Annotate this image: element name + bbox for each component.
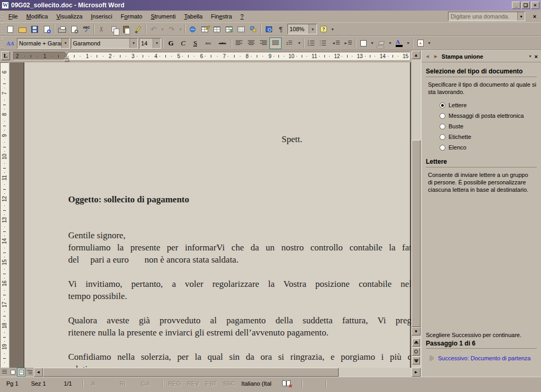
task-pane-menu-icon[interactable]: ▾ [529,54,531,59]
doc-line[interactable]: Confidiamo nella solerzia, per la qual s… [68,352,411,364]
toolbar-options-button[interactable]: ▾ [426,38,432,49]
print-preview-button[interactable] [68,23,80,35]
back-arrow-icon[interactable]: ◄ [425,53,430,59]
doc-line[interactable]: Qualora aveste già provveduto al pagamen… [68,315,411,328]
styles-and-formatting-button[interactable]: AA [4,38,16,49]
paste-button[interactable] [120,23,132,35]
cut-button[interactable]: ✂ [96,23,108,35]
hanging-indent-marker[interactable] [64,55,69,59]
option-messaggi[interactable]: Messaggi di posta elettronica [426,110,537,121]
redo-dropdown[interactable]: ▾ [178,23,183,35]
close-button[interactable]: × [531,2,539,9]
toolbar-grip[interactable] [1,24,3,34]
chevron-down-icon[interactable]: ▾ [61,39,69,48]
document-page[interactable]: Spett. Oggetto: sollecito di pagamento G… [24,62,411,368]
toolbar-grip[interactable] [1,38,3,49]
chevron-down-icon[interactable]: ▾ [309,24,316,34]
numbering-button[interactable]: 1 2 3 [305,38,318,49]
chevron-down-icon[interactable]: ▾ [153,39,161,48]
horizontal-ruler[interactable]: 21 123456789101112131415 [13,52,410,60]
align-right-button[interactable] [257,38,269,49]
option-lettere[interactable]: Lettere [426,100,537,110]
horizontal-scroll-thumb[interactable] [43,368,339,377]
doc-line[interactable]: formuliamo la presente per informarVi ch… [68,242,411,255]
italic-button[interactable]: C [177,38,189,49]
show-hide-button[interactable]: ¶ [275,23,287,35]
word-app-icon[interactable]: W [2,2,9,9]
menu-visualizza[interactable]: Visualizza [52,12,87,21]
spelling-status-icon[interactable]: ✕ [282,380,291,387]
minimize-button[interactable]: _ [512,2,520,9]
doc-line[interactable]: Gentile signore, [68,230,411,242]
chevron-down-icon[interactable]: ▾ [517,12,525,21]
spelling-button[interactable]: ABC ✓ [80,23,92,35]
line-spacing-button[interactable]: ↕ [282,38,296,49]
insert-table-button[interactable] [211,23,223,35]
menu-tabella[interactable]: Tabella [180,12,207,21]
vertical-ruler[interactable]: 678910111213141516171819 [0,62,9,368]
tab-selector[interactable]: L [1,51,10,60]
menu-modifica[interactable]: Modifica [22,12,52,21]
line-spacing-dropdown[interactable]: ▾ [296,38,302,49]
doc-line[interactable]: tempo possibile. [68,291,411,303]
radio-icon[interactable] [440,124,445,129]
radio-icon[interactable] [440,134,445,140]
help-button[interactable]: ? [318,23,330,35]
smallcaps-button[interactable]: Abc [201,38,215,49]
menu-inserisci[interactable]: Inserisci [87,12,116,21]
select-browse-object-button[interactable] [412,348,420,356]
scroll-up-button[interactable]: ▲ [412,51,421,59]
undo-dropdown[interactable]: ▾ [160,23,165,35]
doc-line[interactable]: del pari a euro non è ancora stata salda… [68,255,411,267]
toolbar-grip[interactable] [1,12,3,21]
borders-dropdown[interactable]: ▾ [369,38,375,49]
vertical-scroll-thumb[interactable] [412,140,421,327]
overtype-toggle[interactable]: SSC [220,379,238,388]
align-center-button[interactable] [245,38,257,49]
doc-line-subject[interactable]: Oggetto: sollecito di pagamento [68,194,411,207]
drawing-button[interactable] [247,23,259,35]
next-page-button[interactable] [412,357,420,365]
ask-question-box[interactable]: Digitare una domanda. ▾ [448,12,525,21]
menu-[interactable]: ? [236,12,248,21]
increase-indent-button[interactable]: ► [342,38,354,49]
menu-file[interactable]: File [4,12,22,21]
print-layout-view-button[interactable] [17,368,25,377]
web-layout-view-button[interactable] [8,368,17,377]
radio-selected-icon[interactable] [440,102,445,108]
insert-excel-button[interactable] [223,23,235,35]
doc-line-spett[interactable]: Spett. [68,134,411,146]
highlight-dropdown[interactable]: ▾ [387,38,393,49]
doc-line[interactable]: saluti. [68,364,411,368]
save-button[interactable] [29,23,41,35]
restore-button[interactable]: ❏ [521,2,530,9]
borders-button[interactable] [357,38,369,49]
toolbar-options-button[interactable]: ▾ [330,23,335,35]
open-button[interactable] [16,23,29,35]
normal-view-button[interactable] [0,368,8,377]
scroll-left-button[interactable]: ◄ [34,368,43,377]
language-indicator[interactable]: Italiano (Ital [238,379,275,388]
outline-view-button[interactable] [25,368,34,377]
left-indent-marker[interactable] [64,59,69,62]
option-elenco[interactable]: Elenco [426,142,537,153]
strikethrough-button[interactable]: ABC [215,38,230,49]
scroll-down-button[interactable]: ▼ [412,327,421,335]
vertical-scroll-track[interactable] [412,59,421,327]
zoom-combobox[interactable]: 108% ▾ [287,24,317,34]
style-combobox[interactable]: Normale + Garam ▾ [17,38,70,49]
search-button[interactable] [41,23,53,35]
columns-button[interactable] [235,23,247,35]
font-color-dropdown[interactable]: ▾ [405,38,411,49]
underline-button[interactable]: S [189,38,201,49]
undo-button[interactable]: ↶ [147,23,160,35]
copy-button[interactable] [108,23,120,35]
justify-button[interactable] [269,38,282,49]
document-map-button[interactable] [263,23,275,35]
option-etichette[interactable]: Etichette [426,132,537,142]
highlight-button[interactable] [375,38,387,49]
next-step-link[interactable]: Successivo: Documento di partenza [438,355,530,361]
font-color-button[interactable]: A [393,38,405,49]
radio-icon[interactable] [440,145,445,151]
tables-and-borders-button[interactable] [199,23,211,35]
